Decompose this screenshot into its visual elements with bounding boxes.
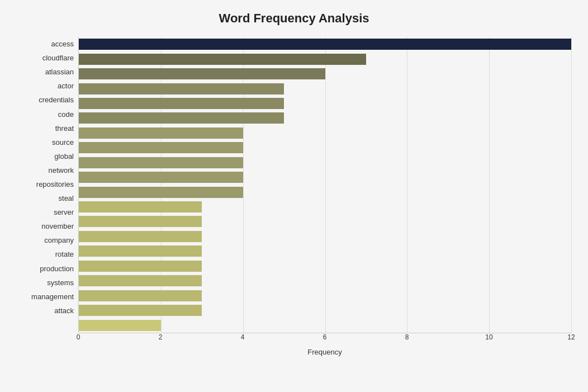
y-label: atlassian — [17, 65, 78, 79]
bar-row — [79, 67, 571, 81]
bar-row — [79, 82, 571, 96]
bar-row — [79, 185, 571, 200]
y-label: cloudflare — [17, 51, 78, 65]
x-tick: 10 — [485, 333, 492, 341]
bar-row — [79, 289, 571, 303]
bar-row — [79, 318, 571, 333]
bar — [79, 142, 243, 153]
y-label: access — [17, 37, 78, 51]
y-label: actor — [17, 79, 78, 93]
bar-row — [79, 140, 571, 155]
y-label: november — [17, 219, 78, 233]
bar — [79, 39, 571, 50]
bar-row — [79, 229, 571, 244]
y-label: attack — [17, 304, 78, 318]
bar — [79, 54, 366, 65]
y-label: source — [17, 135, 78, 149]
chart-title: Word Frequency Analysis — [17, 11, 571, 26]
bar — [79, 275, 202, 286]
bar — [79, 290, 202, 301]
bar — [79, 112, 284, 124]
bar-row — [79, 52, 571, 67]
bar — [79, 83, 284, 95]
x-axis: 024681012 Frequency — [17, 333, 571, 356]
bar-row — [79, 273, 571, 288]
bar — [79, 98, 284, 109]
x-tick: 12 — [567, 333, 575, 341]
bar-row — [79, 111, 571, 125]
y-label: systems — [17, 276, 78, 290]
bar-row — [79, 214, 571, 229]
bar-row — [79, 303, 571, 318]
y-label: network — [17, 163, 78, 177]
y-label: threat — [17, 121, 78, 135]
bar-row — [79, 259, 571, 273]
bar-row — [79, 155, 571, 170]
bar-row — [79, 200, 571, 214]
bar — [79, 127, 243, 139]
x-ticks-row: 024681012 — [78, 333, 571, 344]
y-label: code — [17, 107, 78, 121]
bar — [79, 305, 202, 316]
y-label: steal — [17, 191, 78, 205]
bar-row — [79, 126, 571, 140]
bar-row — [79, 244, 571, 258]
chart-container: Word Frequency Analysis accesscloudflare… — [0, 0, 588, 392]
x-tick: 2 — [159, 333, 163, 341]
bar — [79, 231, 202, 242]
y-axis: accesscloudflareatlassianactorcredential… — [17, 37, 78, 333]
bar-row — [79, 96, 571, 111]
bar — [79, 320, 161, 331]
y-label: global — [17, 149, 78, 163]
bar — [79, 216, 202, 227]
x-tick: 8 — [405, 333, 409, 341]
bar-row — [79, 37, 571, 51]
y-label: company — [17, 233, 78, 247]
x-tick: 0 — [77, 333, 80, 341]
x-tick: 4 — [241, 333, 245, 341]
y-label: management — [17, 290, 78, 304]
bar — [79, 201, 202, 212]
y-label: server — [17, 205, 78, 219]
bar — [79, 68, 325, 79]
bar — [79, 157, 243, 168]
bar — [79, 187, 243, 198]
bars-wrapper — [78, 37, 571, 333]
bar — [79, 172, 243, 183]
x-tick: 6 — [323, 333, 327, 341]
bar-row — [79, 170, 571, 185]
y-label: repositories — [17, 177, 78, 191]
y-label: rotate — [17, 247, 78, 261]
x-axis-label: Frequency — [78, 348, 571, 356]
y-label: production — [17, 262, 78, 276]
plot-area — [78, 37, 571, 333]
bar — [79, 261, 202, 272]
grid-line — [571, 37, 572, 333]
y-label: credentials — [17, 93, 78, 107]
bar — [79, 245, 202, 257]
